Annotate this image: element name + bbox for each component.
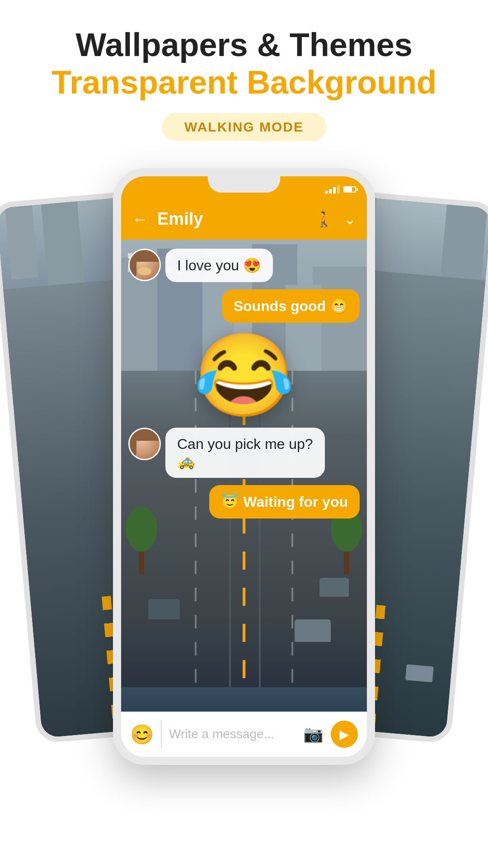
- bubble-msg5: 😇 Waiting for you: [209, 485, 360, 519]
- message-sent-2: 😇 Waiting for you: [209, 485, 360, 519]
- send-icon: ▶: [339, 727, 349, 742]
- send-button[interactable]: ▶: [331, 721, 358, 748]
- chat-header: ← Emily 🚶 ⌄: [121, 199, 367, 240]
- header-icons: 🚶 ⌄: [315, 211, 356, 228]
- avatar-emily-2: [128, 428, 161, 460]
- chat-messages: I love you 😍 Sounds good 😁 😂: [121, 240, 367, 528]
- avatar-emily-1: [128, 249, 161, 281]
- phones-container: ← Emily 🚶 ⌄: [0, 159, 488, 815]
- message-input[interactable]: Write a message...: [161, 721, 296, 748]
- message-received-1: I love you 😍: [128, 249, 273, 282]
- camera-button[interactable]: 📷: [303, 725, 324, 744]
- message-received-2: Can you pick me up? 🚕: [128, 428, 325, 478]
- contact-name: Emily: [157, 209, 306, 229]
- chevron-down-icon[interactable]: ⌄: [344, 211, 356, 228]
- header-title-line2: Transparent Background: [18, 63, 470, 102]
- phone-main: ← Emily 🚶 ⌄: [113, 168, 375, 765]
- walk-icon[interactable]: 🚶: [315, 211, 333, 228]
- big-emoji-laugh: 😂: [128, 335, 360, 416]
- phone-notch: [208, 176, 280, 193]
- header-title-line1: Wallpapers & Themes: [18, 27, 470, 63]
- status-icons: [325, 185, 356, 193]
- message-sent-1: Sounds good 😁: [222, 289, 360, 323]
- header-section: Wallpapers & Themes Transparent Backgrou…: [0, 0, 488, 155]
- chat-input-bar: 😊 Write a message... 📷 ▶: [121, 712, 367, 757]
- battery-icon: [343, 186, 356, 193]
- bubble-msg1: I love you 😍: [165, 249, 273, 282]
- input-placeholder: Write a message...: [169, 727, 274, 741]
- emoji-button[interactable]: 😊: [130, 723, 154, 745]
- chat-body: I love you 😍 Sounds good 😁 😂: [121, 240, 367, 732]
- walking-mode-badge[interactable]: WALKING MODE: [162, 113, 326, 141]
- signal-icon: [325, 185, 340, 193]
- bubble-msg2: Sounds good 😁: [222, 289, 360, 323]
- back-button[interactable]: ←: [132, 210, 148, 229]
- bubble-msg4: Can you pick me up? 🚕: [165, 428, 325, 478]
